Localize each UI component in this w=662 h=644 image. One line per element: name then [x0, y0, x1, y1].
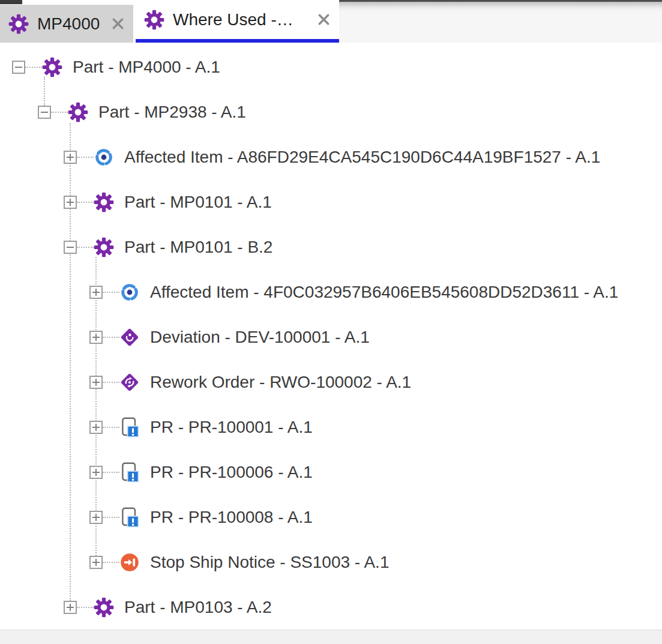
expand-toggle[interactable]: [89, 286, 103, 299]
tab-bar: MP4000 Where Used -…: [0, 0, 662, 43]
tree-connector-stub: [77, 607, 94, 608]
tree-connector-stub: [103, 427, 119, 428]
affected-item-swirl-icon: [119, 282, 140, 302]
expand-toggle[interactable]: [89, 376, 103, 389]
tree-row-label[interactable]: Part - MP2938 - A.1: [98, 103, 246, 122]
tree-row-label[interactable]: Deviation - DEV-100001 - A.1: [150, 328, 370, 347]
tree-row-label[interactable]: Part - MP4000 - A.1: [73, 58, 220, 77]
collapse-toggle[interactable]: [64, 241, 77, 254]
tree-row-label[interactable]: Part - MP0101 - B.2: [124, 238, 272, 257]
tree-row-label[interactable]: Rework Order - RWO-100002 - A.1: [150, 373, 411, 392]
tree-connector-stub: [77, 157, 94, 158]
collapse-toggle[interactable]: [12, 61, 25, 74]
expand-toggle[interactable]: [89, 556, 103, 569]
tree-row[interactable]: Part - MP0101 - A.1: [0, 179, 662, 224]
tree-connector-stub: [51, 112, 68, 113]
tree-connector-stub: [103, 382, 119, 383]
pr-document-icon: [119, 507, 140, 528]
tree-row-label[interactable]: Part - MP0101 - A.1: [124, 193, 272, 212]
tree-connector-stub: [103, 562, 119, 563]
tree-row[interactable]: Part - MP0103 - A.2: [0, 585, 662, 630]
stop-ship-icon: [119, 552, 140, 573]
affected-item-swirl-icon: [94, 147, 114, 167]
tree-row[interactable]: Affected Item - A86FD29E4CA545C190D6C44A…: [0, 134, 662, 179]
part-gear-icon: [42, 57, 62, 77]
tree-connector-line: [70, 123, 71, 601]
tree-row[interactable]: Affected Item - 4F0C032957B6406EB545608D…: [0, 269, 662, 314]
tree-row[interactable]: Rework Order - RWO-100002 - A.1: [0, 360, 662, 405]
rework-order-diamond-icon: [119, 372, 140, 393]
tree-row[interactable]: Part - MP4000 - A.1: [0, 44, 662, 89]
collapse-toggle[interactable]: [38, 106, 51, 119]
tab-label[interactable]: Where Used -…: [173, 10, 293, 29]
expand-toggle[interactable]: [64, 601, 77, 614]
tree-row-label[interactable]: Affected Item - A86FD29E4CA545C190D6C44A…: [124, 148, 600, 167]
tree-connector-stub: [77, 202, 94, 203]
part-gear-icon: [94, 237, 114, 257]
expand-toggle[interactable]: [89, 466, 103, 479]
tree-row-label[interactable]: PR - PR-100001 - A.1: [150, 418, 313, 437]
tree-row-label[interactable]: Part - MP0103 - A.2: [124, 598, 272, 617]
expand-toggle[interactable]: [89, 331, 103, 344]
expand-toggle[interactable]: [89, 511, 103, 524]
app-window: MP4000 Where Used -… Part - MP4000 - A.1…: [0, 0, 662, 644]
tree-row[interactable]: PR - PR-100006 - A.1: [0, 450, 662, 495]
expand-toggle[interactable]: [64, 151, 77, 164]
tree-connector-stub: [103, 337, 119, 338]
tab-where-used[interactable]: Where Used -…: [136, 0, 339, 43]
gear-icon: [144, 10, 164, 30]
tree-connector-stub: [25, 67, 42, 68]
tree-connector-stub: [103, 292, 119, 293]
tree-connector-stub: [103, 472, 119, 473]
tree-row[interactable]: Part - MP2938 - A.1: [0, 89, 662, 134]
tree-row[interactable]: Deviation - DEV-100001 - A.1: [0, 314, 662, 360]
tree-row[interactable]: Part - MP0101 - B.2: [0, 224, 662, 269]
expand-toggle[interactable]: [64, 196, 77, 209]
pr-document-icon: [119, 462, 140, 483]
part-gear-icon: [94, 597, 114, 618]
expand-toggle[interactable]: [89, 421, 103, 434]
tree-row-label[interactable]: PR - PR-100008 - A.1: [150, 508, 313, 527]
tab-bar-empty-area: [339, 2, 662, 43]
tree-connector-stub: [103, 517, 119, 518]
gear-icon: [8, 14, 29, 34]
tab-label[interactable]: MP4000: [37, 14, 100, 34]
tree-row[interactable]: PR - PR-100001 - A.1: [0, 405, 662, 450]
bottom-panel-edge: [0, 630, 662, 644]
tree-row-label[interactable]: PR - PR-100006 - A.1: [150, 463, 313, 482]
window-edge-strip: [0, 0, 22, 4]
tree-row-label[interactable]: Affected Item - 4F0C032957B6406EB545608D…: [150, 283, 618, 302]
deviation-diamond-icon: [119, 327, 140, 348]
tab-mp4000[interactable]: MP4000: [0, 5, 133, 43]
tree-row-label[interactable]: Stop Ship Notice - SS1003 - A.1: [150, 553, 389, 572]
part-gear-icon: [68, 102, 88, 122]
tree-row[interactable]: PR - PR-100008 - A.1: [0, 495, 662, 540]
tree-row[interactable]: Stop Ship Notice - SS1003 - A.1: [0, 540, 662, 585]
pr-document-icon: [119, 417, 140, 438]
where-used-tree: Part - MP4000 - A.1 Part - MP2938 - A.1 …: [0, 43, 662, 630]
close-icon[interactable]: [317, 13, 331, 26]
tree-connector-line: [44, 77, 45, 106]
part-gear-icon: [94, 192, 114, 212]
close-icon[interactable]: [111, 17, 125, 31]
tree-connector-stub: [77, 247, 94, 248]
